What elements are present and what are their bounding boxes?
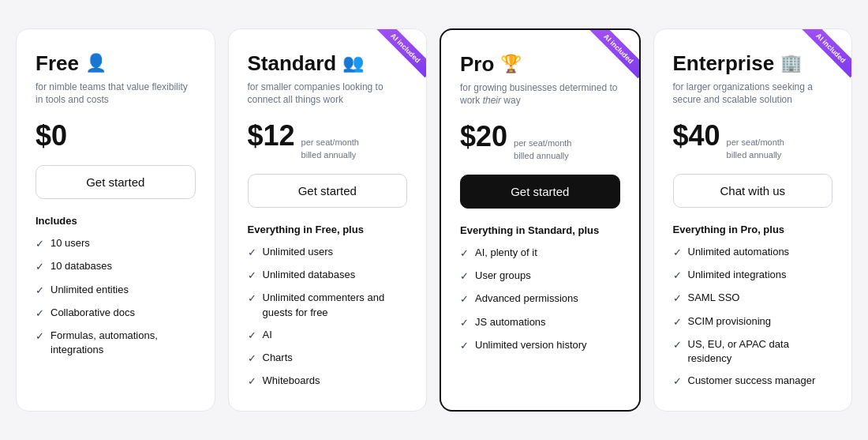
features-label-free: Includes — [36, 215, 196, 227]
plan-name-enterprise: Enterprise — [673, 51, 775, 76]
feature-text: AI, plenty of it — [475, 246, 537, 260]
price-row-standard: $12 per seat/monthbilled annually — [248, 119, 408, 161]
feature-item: ✓ Unlimited users — [248, 245, 408, 260]
feature-item: ✓ AI, plenty of it — [460, 246, 620, 261]
check-icon: ✓ — [673, 269, 682, 283]
feature-list-free: ✓ 10 users ✓ 10 databases ✓ Unlimited en… — [36, 236, 196, 357]
feature-item: ✓ SCIM provisioning — [673, 314, 833, 329]
feature-item: ✓ AI — [248, 328, 408, 343]
check-icon: ✓ — [36, 329, 44, 344]
price-row-enterprise: $40 per seat/monthbilled annually — [673, 119, 833, 161]
plan-icon-pro: 🏆 — [500, 54, 522, 74]
feature-text: US, EU, or APAC data residency — [688, 337, 833, 366]
price-row-pro: $20 per seat/monthbilled annually — [460, 120, 620, 162]
feature-item: ✓ 10 users — [36, 236, 196, 251]
feature-item: ✓ Advanced permissions — [460, 291, 620, 306]
check-icon: ✓ — [36, 306, 44, 321]
check-icon: ✓ — [460, 292, 469, 306]
plan-name-pro: Pro — [460, 52, 494, 77]
plan-description-pro: for growing businesses determined to wor… — [460, 81, 620, 108]
feature-text: Customer success manager — [688, 374, 816, 388]
plan-name-standard: Standard — [248, 51, 337, 76]
check-icon: ✓ — [248, 269, 256, 283]
feature-text: SAML SSO — [688, 291, 740, 305]
check-icon: ✓ — [460, 246, 469, 261]
ai-badge-pro: AI included — [584, 30, 639, 85]
feature-text: Unlimited users — [263, 245, 334, 259]
ai-badge-standard: AI included — [371, 29, 426, 85]
check-icon: ✓ — [248, 291, 256, 306]
feature-text: Unlimited automations — [688, 245, 790, 259]
check-icon: ✓ — [36, 284, 44, 298]
price-details-pro: per seat/monthbilled annually — [514, 137, 571, 162]
check-icon: ✓ — [673, 338, 682, 352]
price-amount-enterprise: $40 — [673, 119, 720, 152]
cta-button-pro[interactable]: Get started — [460, 175, 620, 209]
check-icon: ✓ — [673, 374, 682, 389]
plan-name-free: Free — [36, 51, 79, 76]
feature-text: Whiteboards — [263, 374, 320, 388]
check-icon: ✓ — [460, 316, 469, 330]
plan-card-free: Free 👤 for nimble teams that value flexi… — [16, 28, 215, 412]
check-icon: ✓ — [248, 374, 256, 389]
check-icon: ✓ — [248, 329, 256, 343]
feature-item: ✓ Collaborative docs — [36, 306, 196, 321]
feature-list-enterprise: ✓ Unlimited automations ✓ Unlimited inte… — [673, 245, 833, 389]
feature-item: ✓ JS automations — [460, 315, 620, 330]
cta-button-enterprise[interactable]: Chat with us — [673, 174, 833, 208]
feature-text: User groups — [475, 269, 531, 283]
plan-card-enterprise: AI included Enterprise 🏢 for larger orga… — [653, 28, 853, 412]
feature-text: 10 databases — [51, 259, 112, 273]
feature-text: SCIM provisioning — [688, 314, 772, 329]
feature-item: ✓ Unlimited version history — [460, 338, 620, 353]
check-icon: ✓ — [460, 269, 469, 284]
check-icon: ✓ — [36, 237, 44, 251]
check-icon: ✓ — [673, 246, 682, 260]
feature-text: Unlimited commenters and guests for free — [263, 291, 408, 319]
plan-description-free: for nimble teams that value flexibility … — [36, 81, 196, 107]
feature-text: JS automations — [475, 315, 546, 329]
features-label-enterprise: Everything in Pro, plus — [673, 224, 833, 235]
ai-badge-label: AI included — [375, 29, 426, 77]
feature-text: 10 users — [51, 236, 90, 250]
feature-item: ✓ Charts — [248, 351, 408, 366]
price-amount-standard: $12 — [248, 119, 295, 152]
ai-badge-enterprise: AI included — [796, 29, 851, 85]
ai-badge-label: AI included — [800, 29, 851, 77]
ai-badge-label: AI included — [587, 30, 638, 78]
feature-text: Collaborative docs — [51, 306, 135, 320]
check-icon: ✓ — [248, 352, 256, 366]
feature-text: Advanced permissions — [475, 291, 578, 306]
feature-item: ✓ Unlimited databases — [248, 268, 408, 283]
feature-text: Unlimited version history — [475, 338, 587, 352]
price-row-free: $0 — [36, 119, 196, 152]
feature-item: ✓ Unlimited entities — [36, 283, 196, 298]
check-icon: ✓ — [673, 291, 682, 306]
check-icon: ✓ — [36, 260, 44, 274]
check-icon: ✓ — [460, 339, 469, 353]
feature-list-standard: ✓ Unlimited users ✓ Unlimited databases … — [248, 245, 408, 389]
plan-card-standard: AI included Standard 👥 for smaller compa… — [228, 28, 428, 412]
feature-list-pro: ✓ AI, plenty of it ✓ User groups ✓ Advan… — [460, 246, 620, 353]
feature-item: ✓ US, EU, or APAC data residency — [673, 337, 833, 366]
feature-text: Unlimited entities — [51, 283, 129, 297]
plan-icon-free: 👤 — [85, 53, 107, 73]
check-icon: ✓ — [673, 315, 682, 329]
features-label-pro: Everything in Standard, plus — [460, 224, 620, 236]
price-details-enterprise: per seat/monthbilled annually — [727, 137, 784, 161]
feature-text: Unlimited integrations — [688, 268, 787, 282]
feature-item: ✓ 10 databases — [36, 259, 196, 274]
feature-text: Formulas, automations, integrations — [51, 329, 196, 357]
feature-item: ✓ Customer success manager — [673, 374, 833, 389]
price-amount-free: $0 — [36, 119, 67, 152]
price-details-standard: per seat/monthbilled annually — [301, 137, 359, 161]
plan-header-free: Free 👤 for nimble teams that value flexi… — [36, 51, 196, 107]
cta-button-free[interactable]: Get started — [36, 165, 196, 199]
feature-item: ✓ Unlimited commenters and guests for fr… — [248, 291, 408, 319]
features-label-standard: Everything in Free, plus — [248, 224, 408, 235]
plan-icon-standard: 👥 — [342, 53, 364, 73]
feature-text: AI — [263, 328, 272, 342]
cta-button-standard[interactable]: Get started — [248, 174, 408, 208]
feature-text: Charts — [263, 351, 293, 365]
feature-item: ✓ Unlimited automations — [673, 245, 833, 260]
